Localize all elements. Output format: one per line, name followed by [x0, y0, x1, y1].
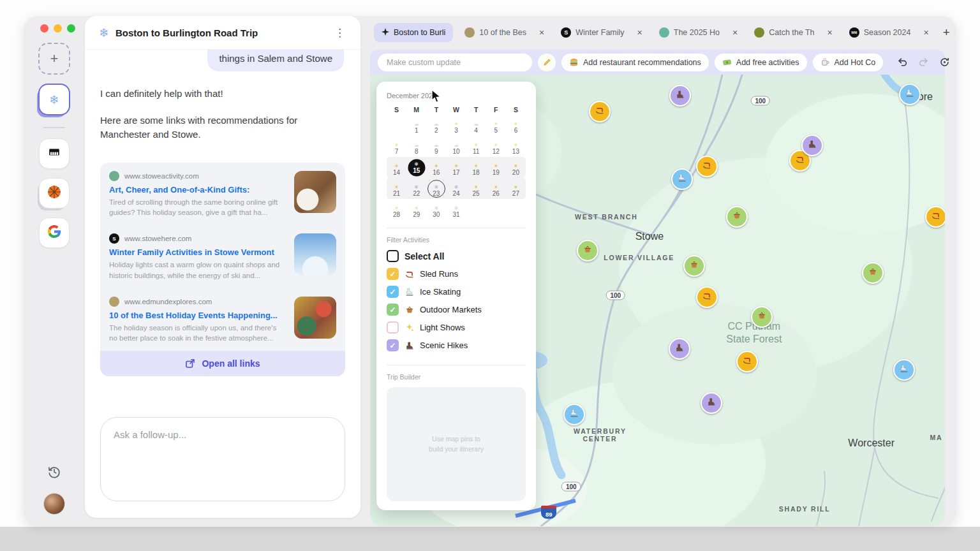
map-marker-skate[interactable] — [893, 359, 915, 381]
calendar-day-outlined[interactable]: ❄23 — [426, 178, 446, 199]
link-card-title[interactable]: 10 of the Best Holiday Events Happening.… — [109, 311, 286, 320]
chat-menu-button[interactable]: ⋮ — [330, 25, 349, 41]
calendar-day[interactable]: ❄30 — [426, 199, 446, 220]
undo-button[interactable] — [895, 55, 910, 70]
close-window-button[interactable] — [40, 24, 48, 33]
checkbox[interactable]: ✓ — [387, 268, 399, 280]
calendar-day[interactable]: ☀20 — [506, 157, 526, 178]
maximize-window-button[interactable] — [67, 24, 75, 33]
map-marker-sled[interactable] — [925, 206, 945, 228]
toolbar-action-cocoa[interactable]: Add Hot Co — [813, 54, 884, 71]
link-card[interactable]: Swww.stowehere.comWinter Family Activiti… — [100, 225, 345, 288]
checkbox[interactable]: ✓ — [387, 286, 399, 298]
filter-row-select-all[interactable]: Select All — [387, 250, 526, 262]
tab-catch-the-th[interactable]: Catch the Th — [746, 23, 822, 42]
calendar-day[interactable]: ☁4 — [466, 115, 486, 136]
map-marker-boot[interactable] — [801, 135, 823, 156]
tab-close-button[interactable]: × — [636, 27, 644, 38]
tab-close-button[interactable]: × — [922, 27, 930, 38]
checkbox[interactable] — [387, 250, 399, 262]
calendar-day[interactable]: ☀21 — [387, 178, 406, 199]
followup-input[interactable] — [100, 417, 345, 501]
filter-row-sled-runs[interactable]: ✓Sled Runs — [387, 268, 526, 280]
map-marker-basket[interactable] — [577, 240, 598, 261]
map-marker-boot[interactable] — [669, 85, 691, 107]
tab-close-button[interactable]: × — [538, 27, 546, 38]
map-marker-sled[interactable] — [589, 101, 611, 122]
calendar-day[interactable]: ☀7 — [387, 136, 406, 157]
checkbox[interactable]: ✓ — [387, 339, 399, 351]
map-marker-sled[interactable] — [696, 156, 718, 177]
custom-update-input[interactable] — [378, 54, 532, 71]
new-tab-button[interactable]: + — [938, 26, 955, 40]
map-marker-boot[interactable] — [669, 338, 690, 360]
calendar-day[interactable]: ☀26 — [486, 178, 506, 199]
map-marker-skate[interactable] — [899, 84, 921, 105]
tab-close-button[interactable]: × — [826, 27, 834, 38]
tab-close-button[interactable]: × — [731, 27, 739, 38]
refresh-button[interactable] — [937, 55, 952, 70]
toolbar-action-money[interactable]: Add free activities — [715, 54, 807, 71]
link-card-title[interactable]: Winter Family Activities in Stowe Vermon… — [109, 247, 286, 257]
filter-row-light-shows[interactable]: Light Shows — [387, 321, 526, 334]
map-marker-skate[interactable] — [563, 404, 585, 425]
tab-boston-to-burli[interactable]: Boston to Burli — [374, 23, 453, 42]
calendar-day[interactable]: ☀25 — [466, 178, 486, 199]
calendar-day[interactable]: ❄22 — [406, 178, 426, 199]
redo-button[interactable] — [916, 55, 931, 70]
calendar-day[interactable]: ☀17 — [446, 157, 466, 178]
map-marker-basket[interactable] — [751, 306, 773, 328]
new-chat-button[interactable]: + — [38, 43, 70, 75]
map-marker-boot[interactable] — [701, 392, 722, 414]
checkbox[interactable] — [387, 321, 399, 334]
calendar-day[interactable]: ☀11 — [466, 136, 486, 157]
map-marker-sled[interactable] — [736, 351, 758, 372]
link-card-title[interactable]: Art, Cheer, and One-of-a-Kind Gifts: — [109, 185, 286, 195]
calendar-day[interactable]: ☁8 — [406, 136, 426, 157]
map-canvas[interactable]: WEST BRANCHStoweLOWER VILLAGECC PutnamSt… — [370, 75, 945, 526]
calendar-day[interactable]: ☁2 — [426, 115, 446, 136]
sidebar-item-roadtrip-app[interactable]: ❄ — [38, 84, 70, 115]
tab-the-2025-ho[interactable]: The 2025 Ho — [651, 23, 727, 42]
toolbar-action-burger[interactable]: Add restaurant recommendations — [561, 54, 709, 71]
calendar-day[interactable]: ☁10 — [446, 136, 466, 157]
calendar-day[interactable]: ☀14 — [387, 157, 406, 178]
calendar-day[interactable]: ❄24 — [446, 178, 466, 199]
calendar-day[interactable]: ☀12 — [486, 136, 506, 157]
sidebar-item-piano-app[interactable] — [39, 138, 70, 169]
calendar-day[interactable]: ☀16 — [426, 157, 446, 178]
sidebar-item-google-app[interactable] — [39, 217, 70, 248]
calendar-day[interactable]: ☀13 — [506, 136, 526, 157]
user-avatar[interactable] — [43, 493, 65, 515]
minimize-window-button[interactable] — [54, 24, 62, 33]
calendar-day-selected[interactable]: ❄15 — [406, 157, 426, 178]
calendar-day[interactable]: ☀6 — [506, 115, 526, 136]
calendar-day[interactable]: ☀3 — [446, 115, 466, 136]
calendar-day[interactable]: ☀28 — [387, 199, 406, 220]
calendar-day[interactable]: ☁9 — [426, 136, 446, 157]
map-marker-skate[interactable] — [671, 168, 693, 190]
tab-season-2024[interactable]: WMSeason 2024 — [842, 23, 919, 42]
calendar-day[interactable]: ❄31 — [446, 199, 466, 220]
filter-row-outdoor-markets[interactable]: ✓Outdoor Markets — [387, 304, 526, 316]
edit-wand-button[interactable] — [538, 54, 556, 71]
calendar-day[interactable]: ☀27 — [506, 178, 526, 199]
filter-row-ice-skating[interactable]: ✓Ice Skating — [387, 286, 526, 298]
link-card[interactable]: www.stoweactivity.comArt, Cheer, and One… — [100, 163, 345, 225]
history-button[interactable] — [47, 465, 61, 481]
calendar-day[interactable]: ☁1 — [406, 115, 426, 136]
tab-10-of-the-bes[interactable]: 10 of the Bes — [457, 23, 534, 42]
calendar-day[interactable]: ☀5 — [486, 115, 506, 136]
sidebar-item-basketball-app[interactable] — [39, 178, 70, 209]
tab-winter-family[interactable]: SWinter Family — [553, 23, 632, 42]
checkbox[interactable]: ✓ — [387, 304, 399, 316]
link-card[interactable]: www.edmundexplores.com10 of the Best Hol… — [100, 288, 345, 351]
map-marker-sled[interactable] — [696, 286, 718, 308]
map-marker-basket[interactable] — [862, 262, 884, 284]
map-marker-basket[interactable] — [683, 255, 705, 277]
open-all-links-button[interactable]: Open all links — [100, 351, 345, 376]
calendar-day[interactable]: ☀19 — [486, 157, 506, 178]
map-marker-basket[interactable] — [726, 206, 748, 228]
filter-row-scenic-hikes[interactable]: ✓Scenic Hikes — [387, 339, 526, 351]
calendar-day[interactable]: ☀18 — [466, 157, 486, 178]
